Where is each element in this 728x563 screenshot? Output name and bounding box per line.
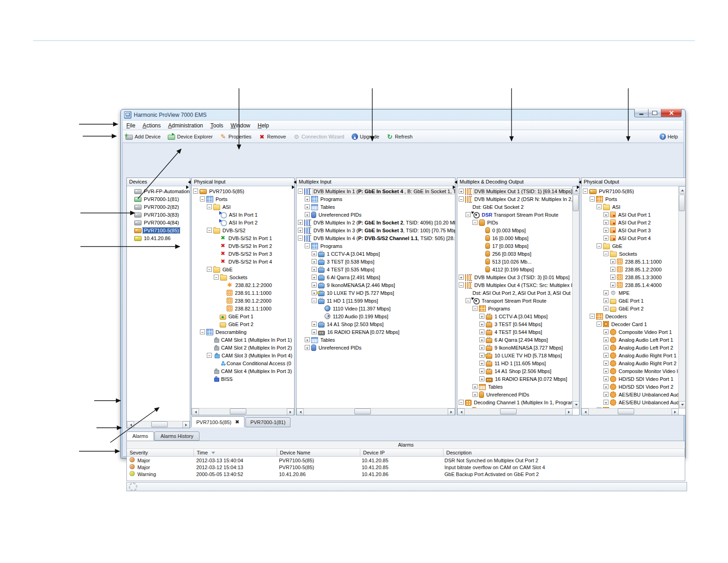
scroll-left-button[interactable] [296, 408, 304, 415]
scroll-right-button[interactable] [448, 408, 455, 415]
collapse-toggle[interactable]: − [597, 204, 602, 209]
tree-node[interactable]: CAM Slot 2 (Multiplex In Port 2) [192, 344, 294, 351]
tree-node[interactable]: +Unreferenced PIDs [296, 211, 455, 218]
splitter-collapse-arrows[interactable] [453, 180, 456, 190]
tree-node[interactable]: −Sockets [581, 250, 679, 258]
tree-node[interactable]: PVR7000-1(81) [127, 195, 190, 203]
tree-node[interactable]: −DVB Multiplex Out 4 (TSXC: Src: Multipl… [457, 281, 573, 289]
tree-node[interactable]: −DSR Transport Stream Port Route [457, 211, 573, 218]
alarm-row[interactable]: Warning2000-05-05 13:40:5210.41.20.8610.… [127, 471, 685, 477]
tree-node[interactable]: +DVB Multiplex Out 1 (TSID: 1) [69.14 Mb… [457, 187, 573, 195]
tree-node[interactable]: +238.85.1.4:4000 [581, 281, 679, 289]
expand-toggle[interactable]: + [610, 267, 615, 272]
expand-toggle[interactable]: + [603, 368, 609, 373]
scroll-track[interactable] [573, 194, 579, 401]
expand-toggle[interactable]: + [298, 220, 303, 225]
tree-node[interactable]: Dst: ASI Out Port 2, ASI Out Port 3, ASI… [457, 289, 573, 297]
tree-node[interactable]: DVB-S/S2 In Port 3 [192, 250, 294, 258]
column-header-severity[interactable]: Severity [127, 449, 194, 456]
collapse-toggle[interactable]: − [466, 298, 471, 303]
tree-node[interactable]: 513 [10.026 Mb... [457, 258, 573, 265]
expand-toggle[interactable]: + [312, 282, 317, 287]
splitter-collapse-arrows[interactable] [186, 180, 190, 190]
tree-node[interactable]: +6 Al Qarra [2.494 Mbps] [457, 336, 573, 344]
refresh-button[interactable]: Refresh [387, 134, 413, 140]
collapse-toggle[interactable]: − [214, 275, 219, 280]
scroll-right-button[interactable] [287, 408, 294, 415]
tree-node[interactable]: +3 TEST [0.544 Mbps] [457, 320, 573, 328]
scroll-left-button[interactable] [581, 408, 589, 415]
tree-node[interactable]: ASI In Port 1 [192, 211, 294, 218]
expand-toggle[interactable]: + [312, 290, 317, 295]
collapse-toggle[interactable]: − [207, 267, 212, 272]
minimize-button[interactable] [634, 109, 648, 117]
tree-node[interactable]: PVR7000-4(84) [127, 218, 190, 226]
collapse-toggle[interactable]: − [193, 189, 198, 194]
tree-node[interactable]: +AES/EBU Unbalanced Aud [581, 391, 679, 398]
horizontal-scrollbar[interactable] [192, 408, 294, 415]
tree-node[interactable]: −DVB Multiplex Out 2 (DSR N: Multiplex I… [457, 195, 573, 203]
menu-window[interactable]: Window [227, 121, 254, 130]
column-header-description[interactable]: Description [444, 449, 685, 456]
collapse-toggle[interactable]: − [200, 329, 205, 334]
collapse-toggle[interactable]: − [590, 196, 595, 201]
expand-toggle[interactable]: + [603, 306, 609, 311]
tree-node[interactable]: −Decoder Card 1 [581, 320, 679, 328]
horizontal-scrollbar[interactable] [581, 408, 679, 415]
tree-node[interactable]: +GbE Port 2 [581, 304, 679, 312]
tree-node[interactable]: −ASI [192, 203, 294, 211]
upgrade-button[interactable]: Upgrade [352, 133, 379, 140]
expand-toggle[interactable]: + [479, 329, 484, 334]
menu-administration[interactable]: Administration [165, 121, 207, 130]
vertical-scrollbar[interactable] [678, 186, 685, 408]
tree-node[interactable]: +ASI Out Port 2 [581, 218, 679, 226]
expand-toggle[interactable]: + [472, 384, 478, 389]
splitter-collapse-arrows[interactable] [577, 180, 580, 190]
menu-help[interactable]: Help [254, 121, 273, 130]
expand-toggle[interactable]: + [603, 384, 609, 389]
device-tab-pvr7000-1-81-[interactable]: PVR7000-1(81) [245, 417, 290, 427]
scroll-down-button[interactable] [679, 401, 686, 408]
tree-node[interactable]: 256 [0.003 Mbps] [457, 250, 573, 258]
expand-toggle[interactable]: + [305, 345, 310, 350]
tree-node[interactable]: +Analog Audio Right Port 2 [581, 359, 679, 367]
tree-node[interactable]: −Decoders [581, 312, 679, 320]
tree-node[interactable]: ASI In Port 2 [192, 218, 294, 226]
connection-wizard-button[interactable]: Connection Wizard [293, 134, 344, 140]
tree-node[interactable]: −Transport Stream Port Route [457, 297, 573, 304]
tree-node[interactable]: +4 TEST [0.535 Mbps] [296, 265, 455, 273]
expand-toggle[interactable]: + [479, 353, 484, 358]
tree-node[interactable]: −PIDs [457, 218, 573, 226]
collapse-toggle[interactable]: − [459, 196, 464, 201]
scroll-thumb[interactable] [618, 408, 634, 414]
collapse-toggle[interactable]: − [597, 243, 602, 248]
expand-toggle[interactable]: + [312, 267, 317, 272]
tree-node[interactable]: −11 HD 1 [11.599 Mbps] [296, 297, 455, 304]
alarm-row[interactable]: Major2012-03-13 15:40:04PVR7100-5(85)10.… [127, 457, 685, 464]
tree-node[interactable]: +HD/SD SDI Video Port 2 [581, 383, 679, 391]
expand-toggle[interactable]: + [312, 329, 317, 334]
expand-toggle[interactable]: + [610, 282, 615, 287]
expand-toggle[interactable]: + [305, 196, 310, 201]
expand-toggle[interactable]: + [459, 189, 464, 194]
expand-toggle[interactable]: + [305, 204, 310, 209]
expand-toggle[interactable]: + [312, 251, 317, 256]
tree-node[interactable]: −DVB-S/S2 [192, 226, 294, 234]
scroll-right-button[interactable] [565, 408, 573, 415]
menu-tools[interactable]: Tools [207, 121, 227, 130]
scroll-thumb[interactable] [500, 408, 517, 414]
scroll-down-button[interactable] [573, 401, 580, 408]
expand-toggle[interactable]: + [479, 345, 484, 350]
tree-node[interactable]: +Analog Audio Right Port 1 [581, 351, 679, 359]
expand-toggle[interactable]: + [312, 275, 317, 280]
expand-toggle[interactable]: + [603, 353, 609, 358]
collapse-toggle[interactable]: − [298, 236, 303, 241]
scroll-track[interactable] [199, 408, 287, 415]
expand-toggle[interactable]: + [479, 337, 484, 342]
collapse-toggle[interactable]: − [298, 189, 303, 194]
tree-node[interactable]: +Unreferenced PIDs [296, 344, 455, 351]
help-button[interactable]: Help [660, 133, 678, 140]
tree-node[interactable]: +16 RADIO ERENA [0.072 Mbps] [296, 328, 455, 336]
expand-toggle[interactable]: + [298, 228, 303, 233]
scroll-thumb[interactable] [230, 408, 246, 414]
